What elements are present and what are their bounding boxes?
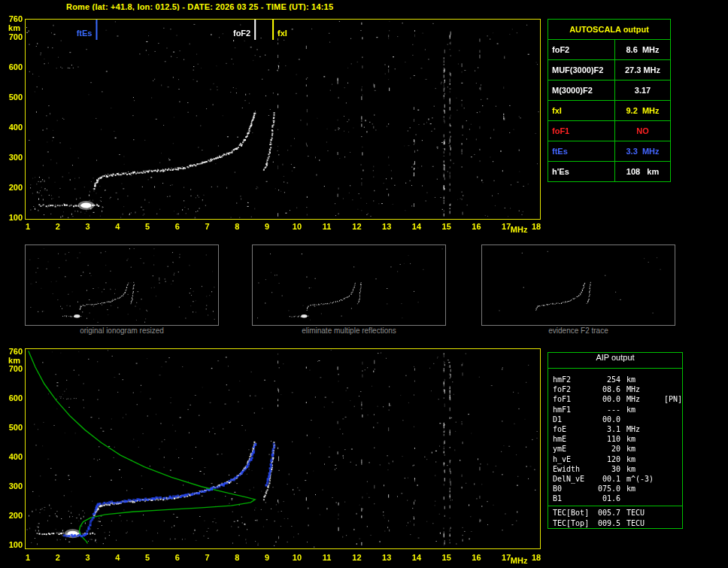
param-unit: MHz bbox=[626, 394, 658, 404]
param-value: 08.6 bbox=[596, 384, 620, 394]
aip-row: B1 01.6 bbox=[548, 494, 682, 503]
table-row-fof1: foF1 NO bbox=[548, 121, 670, 141]
param-unit: km bbox=[626, 405, 658, 415]
aip-row: D1 00.0 bbox=[548, 415, 682, 424]
param-unit: km bbox=[626, 464, 658, 474]
thumbnail-cleaned-canvas bbox=[253, 245, 445, 325]
table-row-ftes: ftEs 3.3 MHz bbox=[548, 141, 670, 162]
autoscala-table-header: AUTOSCALA output bbox=[548, 20, 670, 40]
thumbnail-caption-f2: evidence F2 trace bbox=[481, 327, 675, 335]
table-row-hes: h'Es 108 km bbox=[548, 162, 670, 181]
param-value: 009.5 bbox=[596, 518, 620, 528]
param-name: B1 bbox=[553, 494, 590, 503]
param-name: Ewidth bbox=[553, 464, 590, 474]
param-value: --- bbox=[596, 405, 620, 415]
param-unit: TECU bbox=[626, 508, 658, 518]
param-value: 075.0 bbox=[596, 484, 620, 494]
top-ionogram-plot bbox=[0, 11, 549, 238]
param-value: 108 km bbox=[615, 162, 670, 181]
param-name: h_vE bbox=[553, 454, 590, 464]
param-note bbox=[664, 415, 682, 424]
param-unit: km bbox=[626, 454, 658, 464]
aip-row: B0 075.0 km bbox=[548, 484, 682, 494]
aip-row: ymE 20 km bbox=[548, 444, 682, 454]
param-name: hmE bbox=[553, 434, 590, 444]
bottom-ionogram-plot bbox=[0, 342, 549, 568]
aip-row: DelN_vE 00.1 m^(-3) bbox=[548, 474, 682, 484]
param-value: NO bbox=[615, 121, 670, 141]
param-value: 01.6 bbox=[596, 494, 620, 503]
param-note bbox=[664, 424, 682, 434]
param-name: hmF1 bbox=[553, 405, 590, 415]
param-unit bbox=[626, 494, 658, 503]
param-value: 20 bbox=[596, 444, 620, 454]
aip-row: h_vE 120 km bbox=[548, 454, 682, 464]
param-label: M(3000)F2 bbox=[548, 80, 615, 100]
param-note bbox=[664, 384, 682, 394]
param-note bbox=[664, 494, 682, 503]
param-name: TEC[Top] bbox=[553, 518, 590, 528]
autoscala-output-table: AUTOSCALA output foF2 8.6 MHz MUF(3000)F… bbox=[548, 19, 671, 182]
aip-tec-divider bbox=[548, 506, 682, 506]
aip-row: foE 3.1 MHz bbox=[548, 424, 682, 434]
table-row-fof2: foF2 8.6 MHz bbox=[548, 40, 670, 60]
thumbnail-original-ionogram bbox=[25, 245, 219, 326]
param-note bbox=[664, 484, 682, 494]
thumbnail-caption-original: original ionogram resized bbox=[25, 327, 219, 335]
param-label: ftEs bbox=[548, 141, 615, 161]
param-name: foF1 bbox=[553, 394, 590, 404]
param-value: 3.17 bbox=[615, 80, 670, 100]
thumbnail-f2-canvas bbox=[482, 245, 675, 325]
param-unit: MHz bbox=[626, 384, 658, 394]
aip-row: foF2 08.6 MHz bbox=[548, 384, 682, 394]
thumbnail-original-canvas bbox=[26, 245, 218, 325]
param-unit: km bbox=[626, 434, 658, 444]
param-name: ymE bbox=[553, 444, 590, 454]
param-value: 00.0 bbox=[596, 394, 620, 404]
param-note bbox=[664, 434, 682, 444]
param-name: D1 bbox=[553, 415, 590, 424]
param-note bbox=[664, 375, 682, 384]
param-value: 3.1 bbox=[596, 424, 620, 434]
thumbnail-cleaned-ionogram bbox=[252, 245, 446, 326]
param-value: 005.7 bbox=[596, 508, 620, 518]
param-note bbox=[664, 518, 682, 528]
param-unit: m^(-3) bbox=[626, 474, 658, 484]
aip-row: hmF2 254 km bbox=[548, 375, 682, 384]
param-note: [PN] bbox=[664, 394, 682, 404]
param-note bbox=[664, 464, 682, 474]
param-note bbox=[664, 444, 682, 454]
thumbnail-caption-cleaned: eliminate multiple reflections bbox=[252, 327, 446, 335]
aip-row-tec-bot: TEC[Bot] 005.7 TECU bbox=[548, 508, 682, 518]
thumbnail-f2-trace bbox=[481, 245, 675, 326]
param-name: TEC[Bot] bbox=[553, 508, 590, 518]
table-row-muf3000f2: MUF(3000)F2 27.3 MHz bbox=[548, 60, 670, 80]
aip-row-tec-top: TEC[Top] 009.5 TECU bbox=[548, 518, 682, 528]
param-value: 110 bbox=[596, 434, 620, 444]
table-row-m3000f2: M(3000)F2 3.17 bbox=[548, 80, 670, 101]
param-label: MUF(3000)F2 bbox=[548, 60, 615, 80]
param-label: fxI bbox=[548, 101, 615, 120]
param-unit: TECU bbox=[626, 518, 658, 528]
param-unit: km bbox=[626, 444, 658, 454]
param-unit: MHz bbox=[626, 424, 658, 434]
param-note bbox=[664, 474, 682, 484]
aip-rows: hmF2 254 km foF2 08.6 MHz foF1 00.0 MHz … bbox=[548, 369, 682, 528]
param-value: 254 bbox=[596, 375, 620, 384]
param-value: 00.0 bbox=[596, 415, 620, 424]
aip-row: foF1 00.0 MHz [PN] bbox=[548, 394, 682, 404]
param-unit: km bbox=[626, 484, 658, 494]
param-name: hmF2 bbox=[553, 375, 590, 384]
param-value: 27.3 MHz bbox=[615, 60, 670, 80]
param-name: B0 bbox=[553, 484, 590, 494]
param-value: 8.6 MHz bbox=[615, 40, 670, 59]
param-note bbox=[664, 454, 682, 464]
param-note bbox=[664, 508, 682, 518]
param-name: foE bbox=[553, 424, 590, 434]
aip-row: Ewidth 30 km bbox=[548, 464, 682, 474]
param-label: h'Es bbox=[548, 162, 615, 181]
param-note bbox=[664, 405, 682, 415]
table-row-fxi: fxI 9.2 MHz bbox=[548, 101, 670, 121]
aip-row: hmE 110 km bbox=[548, 434, 682, 444]
param-name: DelN_vE bbox=[553, 474, 590, 484]
